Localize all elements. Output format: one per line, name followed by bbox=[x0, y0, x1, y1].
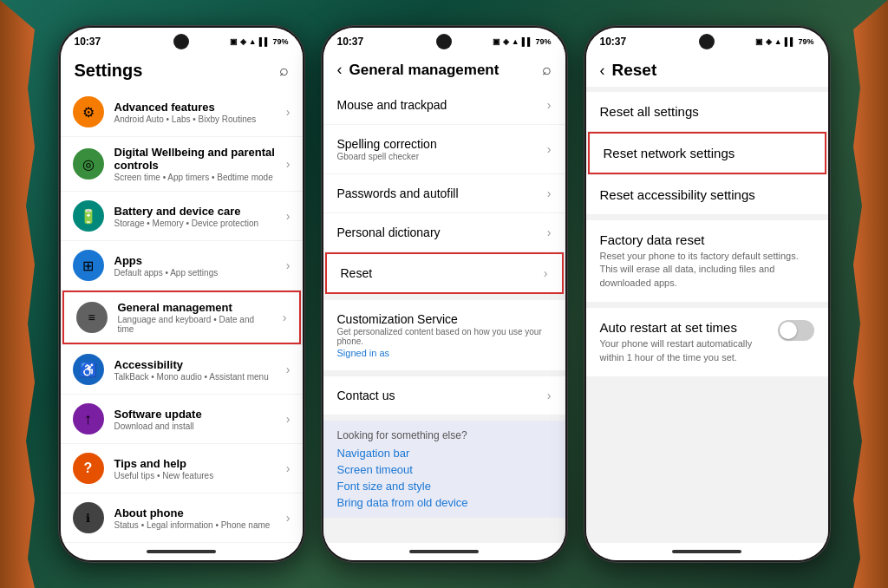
gm-back-btn[interactable]: ‹ bbox=[337, 61, 343, 79]
auto-restart-title: Auto restart at set times bbox=[600, 320, 769, 335]
gm-item-contact[interactable]: Contact us › bbox=[323, 376, 565, 415]
reset-back-btn[interactable]: ‹ bbox=[600, 62, 605, 80]
settings-item-accessibility[interactable]: ♿ Accessibility TalkBack • Mono audio • … bbox=[61, 345, 303, 394]
apps-text: Apps Default apps • App settings bbox=[114, 254, 276, 278]
gm-personal-arrow: › bbox=[547, 225, 552, 239]
general-mgmt-text: General management Language and keyboard… bbox=[118, 301, 272, 334]
general-mgmt-arrow: › bbox=[283, 310, 287, 324]
gm-link-fontsize[interactable]: Font size and style bbox=[337, 480, 552, 493]
notch-2 bbox=[436, 34, 452, 49]
gm-link-bringdata[interactable]: Bring data from old device bbox=[337, 496, 552, 509]
gm-spelling-title: Spelling correction bbox=[337, 137, 547, 151]
gm-list: Mouse and trackpad › Spelling correction… bbox=[323, 86, 565, 543]
reset-factory-subtitle: Reset your phone to its factory default … bbox=[600, 250, 814, 290]
gm-looking-section: Looking for something else? Navigation b… bbox=[323, 421, 565, 518]
general-mgmt-subtitle: Language and keyboard • Date and time bbox=[118, 315, 272, 334]
reset-item-accessibility[interactable]: Reset accessibility settings bbox=[586, 175, 828, 214]
gm-looking-title: Looking for something else? bbox=[337, 429, 552, 441]
home-bar-2 bbox=[409, 550, 479, 553]
s2-icon-4: ▌▌ bbox=[522, 37, 533, 46]
about-text: About phone Status • Legal information •… bbox=[114, 506, 276, 530]
settings-item-advanced[interactable]: ⚙ Advanced features Android Auto • Labs … bbox=[61, 88, 303, 136]
home-indicator-3 bbox=[586, 543, 828, 560]
reset-item-all[interactable]: Reset all settings bbox=[586, 92, 828, 131]
gm-search-btn[interactable]: ⌕ bbox=[542, 61, 552, 79]
auto-restart-text: Auto restart at set times Your phone wil… bbox=[600, 320, 769, 364]
tips-subtitle: Useful tips • New features bbox=[114, 471, 276, 480]
advanced-arrow: › bbox=[286, 105, 291, 119]
status-icon-signal: ▌▌ bbox=[259, 37, 271, 46]
status-icon-nfc: ◈ bbox=[240, 37, 246, 46]
gm-link-timeout[interactable]: Screen timeout bbox=[337, 463, 552, 476]
home-indicator-1 bbox=[61, 543, 303, 560]
reset-item-network[interactable]: Reset network settings bbox=[588, 132, 826, 174]
settings-item-about[interactable]: ℹ About phone Status • Legal information… bbox=[61, 493, 303, 542]
gm-personal-title: Personal dictionary bbox=[337, 225, 547, 239]
reset-network-title: Reset network settings bbox=[604, 146, 811, 160]
general-mgmt-title: General management bbox=[118, 301, 272, 314]
auto-restart-toggle[interactable] bbox=[778, 320, 814, 341]
phone-general-management: 10:37 ▣ ◈ ▲ ▌▌ 79% ‹ General management … bbox=[321, 25, 568, 563]
settings-item-general-mgmt[interactable]: ≡ General management Language and keyboa… bbox=[62, 291, 301, 344]
gm-spelling-arrow: › bbox=[547, 142, 552, 156]
wellbeing-subtitle: Screen time • App timers • Bedtime mode bbox=[114, 173, 276, 182]
accessibility-arrow: › bbox=[286, 363, 291, 376]
battery-text: Battery and device care Storage • Memory… bbox=[114, 205, 276, 228]
gm-item-mouse[interactable]: Mouse and trackpad › bbox=[323, 86, 565, 124]
settings-item-software-update[interactable]: ↑ Software update Download and install › bbox=[61, 395, 303, 443]
gm-item-reset[interactable]: Reset › bbox=[325, 252, 564, 294]
apps-title: Apps bbox=[114, 254, 276, 267]
battery-title: Battery and device care bbox=[114, 205, 276, 218]
status-icons-1: ▣ ◈ ▲ ▌▌ 79% bbox=[230, 37, 289, 46]
settings-appbar: Settings ⌕ bbox=[61, 52, 303, 88]
software-update-title: Software update bbox=[114, 408, 276, 421]
battery-subtitle: Storage • Memory • Device protection bbox=[114, 219, 276, 228]
auto-restart-subtitle: Your phone will restart automatically wi… bbox=[600, 337, 769, 364]
gm-spelling-text: Spelling correction Gboard spell checker bbox=[337, 137, 547, 161]
s3-icon-2: ◈ bbox=[766, 37, 772, 46]
apps-icon: ⊞ bbox=[73, 250, 104, 281]
s2-battery: 79% bbox=[535, 37, 551, 46]
gm-link-navbar[interactable]: Navigation bar bbox=[337, 447, 552, 460]
settings-item-tips[interactable]: ? Tips and help Useful tips • New featur… bbox=[61, 444, 303, 493]
status-icons-3: ▣ ◈ ▲ ▌▌ 79% bbox=[755, 37, 814, 46]
notch-3 bbox=[699, 34, 715, 49]
apps-arrow: › bbox=[286, 258, 291, 272]
phone-reset: 10:37 ▣ ◈ ▲ ▌▌ 79% ‹ Reset Reset all set… bbox=[584, 25, 831, 563]
reset-appbar: ‹ Reset bbox=[586, 52, 828, 87]
s3-icon-3: ▲ bbox=[774, 37, 782, 46]
gm-item-customization[interactable]: Customization Service Get personalized c… bbox=[323, 300, 565, 370]
about-arrow: › bbox=[286, 511, 291, 525]
s2-icon-1: ▣ bbox=[493, 37, 500, 46]
gm-item-personal-dict[interactable]: Personal dictionary › bbox=[323, 213, 565, 252]
wellbeing-arrow: › bbox=[286, 157, 291, 171]
wellbeing-title: Digital Wellbeing and parental controls bbox=[114, 146, 276, 172]
status-time-2: 10:37 bbox=[337, 36, 364, 48]
gm-mouse-title: Mouse and trackpad bbox=[337, 98, 547, 112]
settings-item-apps[interactable]: ⊞ Apps Default apps • App settings › bbox=[61, 241, 303, 290]
home-bar-3 bbox=[672, 550, 741, 553]
software-update-subtitle: Download and install bbox=[114, 421, 276, 431]
gm-item-spelling[interactable]: Spelling correction Gboard spell checker… bbox=[323, 125, 565, 173]
gm-personal-text: Personal dictionary bbox=[337, 225, 547, 239]
gm-passwords-text: Passwords and autofill bbox=[337, 186, 547, 200]
settings-item-wellbeing[interactable]: ◎ Digital Wellbeing and parental control… bbox=[61, 137, 303, 191]
status-battery: 79% bbox=[272, 37, 288, 46]
settings-list: ⚙ Advanced features Android Auto • Labs … bbox=[61, 88, 303, 543]
gm-passwords-arrow: › bbox=[547, 186, 552, 200]
reset-item-factory[interactable]: Factory data reset Reset your phone to i… bbox=[586, 220, 828, 302]
s3-icon-1: ▣ bbox=[755, 37, 763, 46]
software-update-icon: ↑ bbox=[73, 403, 104, 434]
software-update-arrow: › bbox=[286, 412, 291, 426]
battery-arrow: › bbox=[286, 209, 291, 223]
gm-title: General management bbox=[349, 62, 500, 79]
settings-search-btn[interactable]: ⌕ bbox=[279, 62, 289, 80]
status-time-1: 10:37 bbox=[75, 36, 101, 48]
gm-signed-in: Signed in as bbox=[337, 348, 390, 358]
gm-appbar: ‹ General management ⌕ bbox=[323, 52, 565, 86]
settings-item-battery[interactable]: 🔋 Battery and device care Storage • Memo… bbox=[61, 192, 303, 240]
gm-item-passwords[interactable]: Passwords and autofill › bbox=[323, 174, 565, 212]
advanced-title: Advanced features bbox=[114, 101, 276, 114]
status-icon-cam: ▣ bbox=[230, 37, 238, 46]
s2-icon-2: ◈ bbox=[503, 37, 509, 46]
